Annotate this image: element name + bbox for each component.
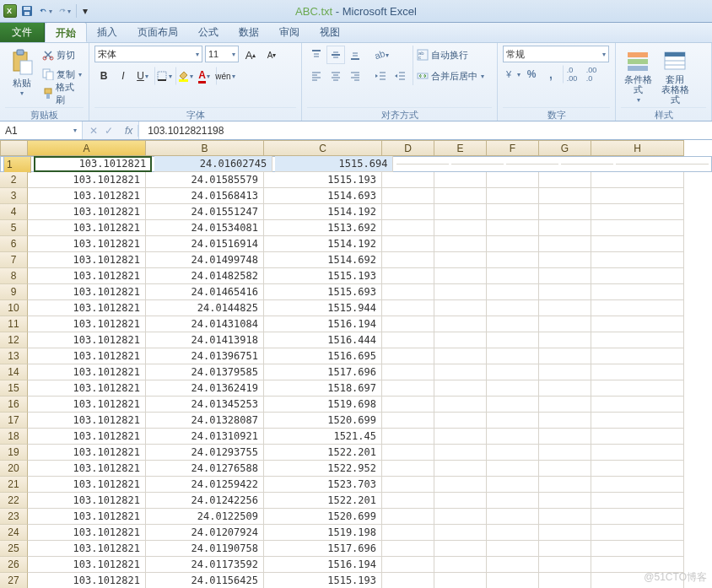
cell[interactable] [487, 364, 539, 380]
cell[interactable] [434, 541, 487, 557]
name-box[interactable]: A1▾ [0, 121, 83, 139]
underline-button[interactable]: U▾ [133, 67, 152, 85]
cell[interactable] [382, 541, 434, 557]
cell[interactable] [382, 396, 434, 413]
cell[interactable] [434, 525, 487, 541]
cell[interactable] [382, 445, 434, 461]
cell[interactable] [539, 188, 591, 204]
cell[interactable] [434, 573, 487, 588]
cell[interactable] [487, 429, 539, 445]
cell[interactable] [382, 300, 434, 316]
italic-button[interactable]: I [114, 67, 132, 85]
cell[interactable]: 24.01602745 [154, 156, 272, 172]
confirm-formula-icon[interactable]: ✓ [105, 125, 113, 137]
cell[interactable] [382, 461, 434, 477]
cell[interactable]: 1516.194 [264, 557, 382, 573]
cell[interactable] [434, 172, 487, 188]
cell[interactable] [539, 396, 591, 413]
column-header-B[interactable]: B [146, 140, 264, 156]
cell[interactable]: 1514.692 [264, 252, 382, 268]
border-button[interactable]: ▾ [154, 67, 173, 85]
cell[interactable]: 1515.944 [264, 300, 382, 316]
row-header[interactable]: 20 [0, 461, 28, 477]
cell[interactable] [591, 525, 684, 541]
cell[interactable] [591, 461, 684, 477]
row-header[interactable]: 26 [0, 557, 28, 573]
cell[interactable]: 103.1012821 [28, 509, 146, 525]
cell[interactable] [382, 188, 434, 204]
cell[interactable]: 103.1012821 [28, 348, 146, 364]
align-left-button[interactable] [307, 67, 326, 85]
cell[interactable] [434, 413, 487, 429]
cell[interactable] [487, 268, 539, 284]
cell[interactable] [539, 573, 591, 588]
row-header[interactable]: 27 [0, 573, 28, 588]
cell[interactable]: 103.1012821 [34, 156, 152, 172]
cell[interactable] [487, 252, 539, 268]
cell[interactable] [539, 509, 591, 525]
column-header-D[interactable]: D [382, 140, 434, 156]
cell[interactable]: 103.1012821 [28, 461, 146, 477]
cell[interactable] [434, 477, 487, 493]
cell[interactable] [539, 172, 591, 188]
increase-indent-button[interactable] [391, 67, 409, 85]
cell[interactable]: 103.1012821 [28, 541, 146, 557]
cell[interactable]: 24.01551247 [146, 204, 264, 220]
cell[interactable] [591, 284, 684, 300]
cell[interactable]: 103.1012821 [28, 477, 146, 493]
cell[interactable] [382, 204, 434, 220]
cell[interactable]: 24.0144825 [146, 300, 264, 316]
cut-button[interactable]: 剪切 [42, 46, 84, 64]
cell[interactable] [434, 445, 487, 461]
row-header[interactable]: 24 [0, 525, 28, 541]
cell[interactable] [487, 525, 539, 541]
cell[interactable]: 24.01190758 [146, 541, 264, 557]
cell[interactable]: 103.1012821 [28, 380, 146, 396]
cell[interactable]: 103.1012821 [28, 268, 146, 284]
cell[interactable] [487, 316, 539, 332]
paste-button[interactable]: 粘贴 ▾ [5, 46, 39, 97]
cell[interactable]: 24.01396751 [146, 348, 264, 364]
cell[interactable] [434, 429, 487, 445]
cell[interactable]: 24.01207924 [146, 525, 264, 541]
undo-icon[interactable]: ▾ [39, 4, 52, 18]
cell[interactable] [434, 509, 487, 525]
cell[interactable] [382, 236, 434, 252]
cell[interactable] [539, 220, 591, 236]
tab-页面布局[interactable]: 页面布局 [127, 22, 188, 42]
cell[interactable] [591, 348, 684, 364]
format-as-table-button[interactable]: 套用 表格格式 [658, 46, 692, 105]
tab-数据[interactable]: 数据 [229, 22, 269, 42]
cell[interactable]: 24.01362419 [146, 380, 264, 396]
cell[interactable] [591, 188, 684, 204]
merge-center-button[interactable]: 合并后居中▾ [417, 67, 484, 85]
cell[interactable] [434, 188, 487, 204]
cell[interactable]: 103.1012821 [28, 220, 146, 236]
cell[interactable] [539, 541, 591, 557]
row-header[interactable]: 22 [0, 493, 28, 509]
cell[interactable] [487, 284, 539, 300]
cell[interactable]: 1513.692 [264, 220, 382, 236]
cell[interactable]: 1522.952 [264, 461, 382, 477]
cell[interactable] [506, 164, 558, 165]
row-header[interactable]: 25 [0, 541, 28, 557]
cell[interactable] [382, 172, 434, 188]
cell[interactable] [487, 541, 539, 557]
cell[interactable] [591, 493, 684, 509]
cell[interactable] [539, 525, 591, 541]
fill-color-button[interactable]: ▾ [175, 67, 194, 85]
cell[interactable]: 103.1012821 [28, 300, 146, 316]
cell[interactable] [561, 164, 613, 165]
increase-decimal-button[interactable]: .0.00 [563, 65, 581, 84]
row-header[interactable]: 9 [0, 284, 28, 300]
cell[interactable] [591, 252, 684, 268]
percent-button[interactable]: % [522, 65, 541, 84]
decrease-decimal-button[interactable]: .00.0 [582, 65, 601, 84]
cell[interactable]: 1516.444 [264, 332, 382, 348]
row-header[interactable]: 17 [0, 413, 28, 429]
cell[interactable]: 24.0122509 [146, 509, 264, 525]
cell[interactable] [539, 413, 591, 429]
align-right-button[interactable] [346, 67, 364, 85]
row-header[interactable]: 15 [0, 380, 28, 396]
cell[interactable] [591, 509, 684, 525]
